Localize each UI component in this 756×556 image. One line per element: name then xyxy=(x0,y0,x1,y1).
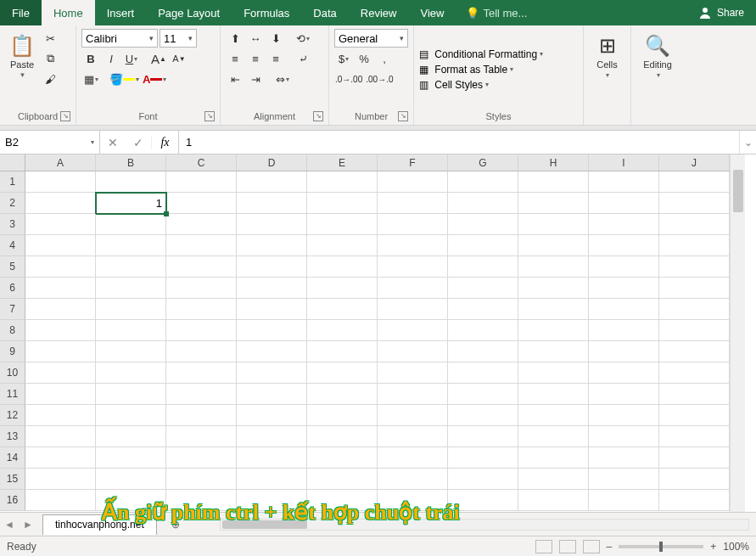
cell-C3[interactable] xyxy=(166,214,237,235)
cell-C14[interactable] xyxy=(166,447,237,469)
cell-D14[interactable] xyxy=(237,447,307,469)
cell-A2[interactable] xyxy=(25,193,96,214)
normal-view-button[interactable] xyxy=(535,540,552,553)
cell-A5[interactable] xyxy=(25,256,96,278)
row-header-2[interactable]: 2 xyxy=(0,193,25,214)
font-color-button[interactable]: A▾ xyxy=(142,70,167,88)
number-dialog-launcher[interactable]: ↘ xyxy=(398,111,408,121)
cell-G15[interactable] xyxy=(448,469,518,490)
cell-D8[interactable] xyxy=(237,320,307,341)
row-header-15[interactable]: 15 xyxy=(0,469,25,490)
cell-E8[interactable] xyxy=(307,320,378,341)
cell-B14[interactable] xyxy=(96,447,166,469)
cell-C13[interactable] xyxy=(166,426,237,447)
cell-G12[interactable] xyxy=(448,405,518,426)
grow-font-button[interactable]: A▲ xyxy=(149,49,168,68)
align-right-button[interactable]: ≡ xyxy=(266,49,285,68)
conditional-formatting-button[interactable]: ▤ Conditional Formatting ▾ xyxy=(419,48,578,60)
cut-button[interactable]: ✂ xyxy=(41,29,59,48)
cell-F9[interactable] xyxy=(378,341,448,362)
borders-button[interactable]: ▦▾ xyxy=(81,70,100,88)
cell-I10[interactable] xyxy=(589,362,659,384)
cell-H8[interactable] xyxy=(518,320,589,341)
row-header-3[interactable]: 3 xyxy=(0,214,25,235)
cell-J7[interactable] xyxy=(659,299,730,320)
sheet-nav-next[interactable]: ► xyxy=(19,519,37,531)
format-painter-button[interactable]: 🖌 xyxy=(41,70,59,88)
row-header-16[interactable]: 16 xyxy=(0,490,25,511)
column-header-B[interactable]: B xyxy=(96,154,166,171)
cell-J2[interactable] xyxy=(659,193,730,214)
accounting-format-button[interactable]: $▾ xyxy=(334,49,353,68)
cell-J16[interactable] xyxy=(659,490,730,511)
column-header-E[interactable]: E xyxy=(307,154,378,171)
cancel-formula-button[interactable]: ✕ xyxy=(100,136,126,149)
row-header-10[interactable]: 10 xyxy=(0,362,25,384)
cell-D16[interactable] xyxy=(237,490,307,511)
cell-C12[interactable] xyxy=(166,405,237,426)
cell-H4[interactable] xyxy=(518,235,589,256)
cell-F10[interactable] xyxy=(378,362,448,384)
select-all-corner[interactable] xyxy=(0,154,25,171)
alignment-dialog-launcher[interactable]: ↘ xyxy=(313,111,323,121)
cell-J6[interactable] xyxy=(659,278,730,299)
cell-H3[interactable] xyxy=(518,214,589,235)
column-header-I[interactable]: I xyxy=(589,154,659,171)
cell-B15[interactable] xyxy=(96,469,166,490)
horizontal-scrollbar[interactable] xyxy=(220,519,749,531)
cell-I4[interactable] xyxy=(589,235,659,256)
cell-E7[interactable] xyxy=(307,299,378,320)
cell-D4[interactable] xyxy=(237,235,307,256)
cell-J14[interactable] xyxy=(659,447,730,469)
cell-I12[interactable] xyxy=(589,405,659,426)
cell-B6[interactable] xyxy=(96,278,166,299)
column-header-C[interactable]: C xyxy=(166,154,237,171)
row-header-13[interactable]: 13 xyxy=(0,426,25,447)
row-header-7[interactable]: 7 xyxy=(0,299,25,320)
align-top-button[interactable]: ⬆ xyxy=(226,29,244,48)
cell-E6[interactable] xyxy=(307,278,378,299)
page-layout-view-button[interactable] xyxy=(559,540,576,553)
increase-indent-button[interactable]: ⇥ xyxy=(246,70,265,88)
cell-A7[interactable] xyxy=(25,299,96,320)
cell-I15[interactable] xyxy=(589,469,659,490)
italic-button[interactable]: I xyxy=(102,49,120,68)
cell-B8[interactable] xyxy=(96,320,166,341)
column-header-J[interactable]: J xyxy=(659,154,730,171)
cell-C6[interactable] xyxy=(166,278,237,299)
cell-C2[interactable] xyxy=(166,193,237,214)
tab-pagelayout[interactable]: Page Layout xyxy=(146,0,232,25)
cell-F13[interactable] xyxy=(378,426,448,447)
cell-G1[interactable] xyxy=(448,171,518,193)
cell-F11[interactable] xyxy=(378,384,448,405)
share-button[interactable]: Share xyxy=(686,0,756,25)
cell-B12[interactable] xyxy=(96,405,166,426)
cell-D6[interactable] xyxy=(237,278,307,299)
cell-B3[interactable] xyxy=(96,214,166,235)
tell-me-search[interactable]: 💡 Tell me... xyxy=(456,0,686,25)
cell-E2[interactable] xyxy=(307,193,378,214)
zoom-out-button[interactable]: – xyxy=(607,541,613,553)
column-header-F[interactable]: F xyxy=(378,154,448,171)
cell-I6[interactable] xyxy=(589,278,659,299)
cell-F2[interactable] xyxy=(378,193,448,214)
page-break-view-button[interactable] xyxy=(583,540,600,553)
cell-J8[interactable] xyxy=(659,320,730,341)
sheet-nav-prev[interactable]: ◄ xyxy=(0,519,19,531)
tab-review[interactable]: Review xyxy=(349,0,409,25)
cell-G11[interactable] xyxy=(448,384,518,405)
cell-G9[interactable] xyxy=(448,341,518,362)
cell-C11[interactable] xyxy=(166,384,237,405)
editing-menu-button[interactable]: 🔍 Editing ▾ xyxy=(641,29,675,83)
cell-H11[interactable] xyxy=(518,384,589,405)
cell-B4[interactable] xyxy=(96,235,166,256)
cell-F15[interactable] xyxy=(378,469,448,490)
cell-H7[interactable] xyxy=(518,299,589,320)
cell-A6[interactable] xyxy=(25,278,96,299)
font-name-dropdown[interactable]: Calibri ▾ xyxy=(81,29,158,48)
column-header-H[interactable]: H xyxy=(518,154,589,171)
cell-C9[interactable] xyxy=(166,341,237,362)
cell-J11[interactable] xyxy=(659,384,730,405)
zoom-slider[interactable] xyxy=(619,545,703,548)
cell-G8[interactable] xyxy=(448,320,518,341)
